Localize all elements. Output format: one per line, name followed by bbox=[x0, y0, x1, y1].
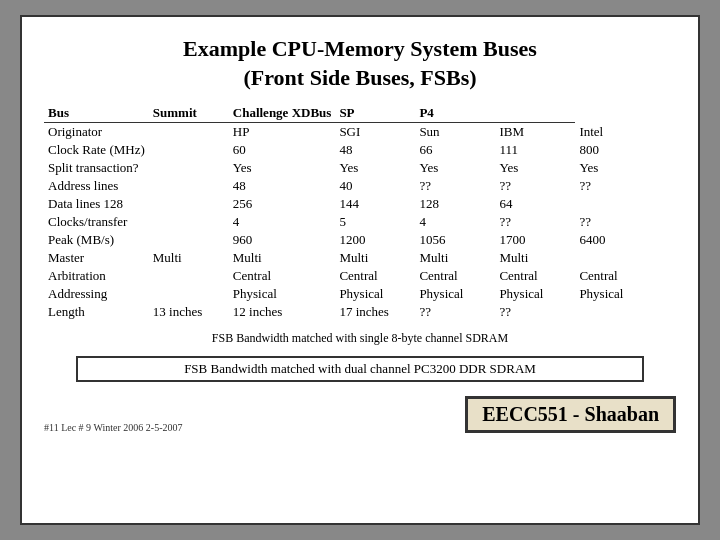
bottom-label: EECC551 - Shaaban bbox=[465, 396, 676, 433]
table-row: Split transaction?YesYesYesYesYes bbox=[44, 159, 676, 177]
fsb2-box: FSB Bandwidth matched with dual channel … bbox=[76, 356, 645, 382]
table-row: Address lines4840?????? bbox=[44, 177, 676, 195]
title-line2: (Front Side Buses, FSBs) bbox=[243, 65, 476, 90]
table-row: Length13 inches12 inches17 inches???? bbox=[44, 303, 676, 321]
title-line1: Example CPU-Memory System Buses bbox=[183, 36, 537, 61]
slide-title: Example CPU-Memory System Buses (Front S… bbox=[44, 35, 676, 92]
table-row: OriginatorHPSGISunIBMIntel bbox=[44, 123, 676, 142]
table-row: MasterMultiMultiMultiMultiMulti bbox=[44, 249, 676, 267]
table-row: ArbitrationCentralCentralCentralCentralC… bbox=[44, 267, 676, 285]
fsb2-text: FSB Bandwidth matched with dual channel … bbox=[184, 361, 536, 376]
table-row: Data lines 12825614412864 bbox=[44, 195, 676, 213]
footer-text: #11 Lec # 9 Winter 2006 2-5-2007 bbox=[44, 422, 465, 433]
table-row: Clock Rate (MHz)604866111800 bbox=[44, 141, 676, 159]
main-table: BusSummitChallenge XDBusSPP4OriginatorHP… bbox=[44, 104, 676, 321]
table-row: Peak (MB/s)9601200105617006400 bbox=[44, 231, 676, 249]
table-row: Clocks/transfer454???? bbox=[44, 213, 676, 231]
table-row: AddressingPhysicalPhysicalPhysicalPhysic… bbox=[44, 285, 676, 303]
fsb1-text: FSB Bandwidth matched with single 8-byte… bbox=[44, 331, 676, 346]
slide: Example CPU-Memory System Buses (Front S… bbox=[20, 15, 700, 525]
